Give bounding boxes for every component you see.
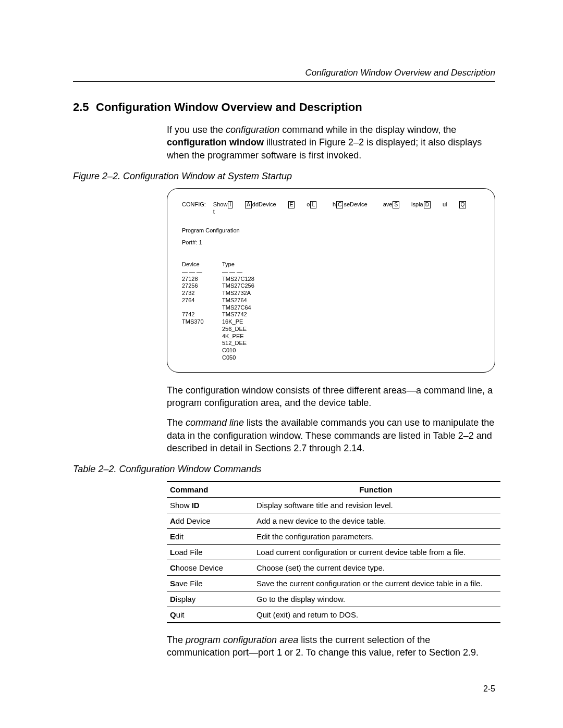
config-window-figure: CONFIG: ShowI t AddDevice E oL hCs — [167, 188, 495, 373]
config-command-line: CONFIG: ShowI t AddDevice E oL hCs — [182, 201, 480, 216]
figure-caption: Figure 2–2. Configuration Window at Syst… — [73, 171, 495, 182]
cmd-choose-device: hCseDevice — [333, 201, 368, 208]
table-caption: Table 2–2. Configuration Window Commands — [73, 464, 495, 475]
hotkey-q-icon: Q — [459, 201, 467, 208]
table-row: EditEdit the configuration parameters. — [167, 529, 500, 545]
hotkey-a-icon: A — [245, 201, 252, 208]
command-cell: Show ID — [167, 498, 253, 513]
config-label: CONFIG: — [182, 201, 206, 208]
section-title: Configuration Window Overview and Descri… — [96, 101, 362, 114]
intro-paragraph: If you use the configuration command whi… — [167, 124, 495, 162]
function-cell: Choose (set) the current device type. — [253, 560, 500, 576]
port-line: Port#: 1 — [182, 239, 480, 246]
running-head: Configuration Window Overview and Descri… — [73, 68, 495, 82]
cmd-display: isplaD — [411, 201, 431, 208]
program-configuration-label: Program Configuration — [182, 227, 480, 235]
function-cell: Load current configuration or current de… — [253, 545, 500, 560]
function-cell: Quit (exit) and return to DOS. — [253, 607, 500, 623]
table-row: Save FileSave the current configuration … — [167, 576, 500, 591]
command-cell: Choose Device — [167, 560, 253, 576]
after-figure-p1: The configuration window consists of thr… — [167, 384, 495, 410]
closing-paragraph: The program configuration area lists the… — [167, 634, 495, 659]
divider-icon: — — — — [182, 268, 211, 276]
cmd-quit-key: Q — [459, 201, 467, 208]
page-number: 2-5 — [73, 684, 495, 694]
th-command: Command — [167, 482, 253, 498]
hotkey-i-icon: I — [228, 201, 232, 208]
device-header: Device — [182, 261, 211, 268]
table-row: DisplayGo to the display window. — [167, 591, 500, 607]
section-number: 2.5 — [73, 101, 96, 114]
function-cell: Save the current configuration or the cu… — [253, 576, 500, 591]
cmd-add-device: AddDevice — [244, 201, 276, 208]
type-column: TMS27C128 TMS27C256 TMS2732A TMS2764 TMS… — [222, 276, 254, 362]
command-cell: Add Device — [167, 513, 253, 529]
table-row: Add DeviceAdd a new device to the device… — [167, 513, 500, 529]
cmd-quit: ui — [443, 201, 447, 208]
type-header: Type — [222, 261, 254, 268]
command-cell: Display — [167, 591, 253, 607]
hotkey-d-icon: D — [424, 201, 431, 208]
command-cell: Load File — [167, 545, 253, 560]
divider-icon: — — — — [222, 268, 254, 276]
cmd-edit: E — [288, 201, 296, 208]
hotkey-c-icon: C — [336, 201, 343, 208]
section-heading: 2.5Configuration Window Overview and Des… — [73, 101, 495, 114]
command-cell: Save File — [167, 576, 253, 591]
th-function: Function — [253, 482, 500, 498]
table-row: Choose DeviceChoose (set) the current de… — [167, 560, 500, 576]
device-column: 27128 27256 2732 2764 7742 TMS370 — [182, 276, 211, 326]
table-row: Show IDDisplay software title and revisi… — [167, 498, 500, 513]
function-cell: Display software title and revision leve… — [253, 498, 500, 513]
hotkey-l-icon: L — [310, 201, 316, 208]
hotkey-e-icon: E — [288, 201, 295, 208]
cmd-show-id: ShowI t — [213, 201, 233, 216]
command-cell: Edit — [167, 529, 253, 545]
table-row: QuitQuit (exit) and return to DOS. — [167, 607, 500, 623]
cmd-save-file: aveS — [383, 201, 400, 208]
function-cell: Add a new device to the device table. — [253, 513, 500, 529]
function-cell: Edit the configuration parameters. — [253, 529, 500, 545]
hotkey-s-icon: S — [393, 201, 399, 208]
cmd-load-file: oL — [307, 201, 317, 208]
commands-table: Command Function Show IDDisplay software… — [167, 481, 500, 623]
function-cell: Go to the display window. — [253, 591, 500, 607]
after-figure-p2: The command line lists the available com… — [167, 416, 495, 454]
command-cell: Quit — [167, 607, 253, 623]
table-row: Load FileLoad current configuration or c… — [167, 545, 500, 560]
